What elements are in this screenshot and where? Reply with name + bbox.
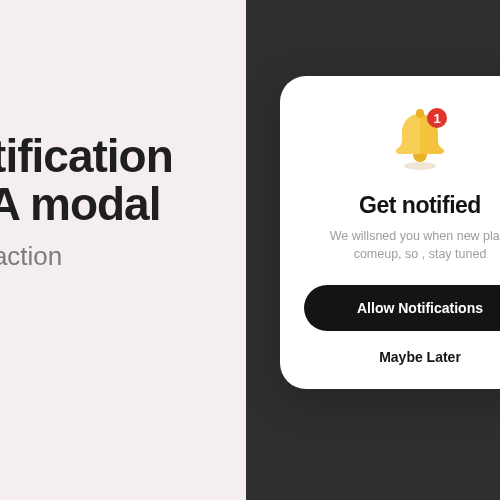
svg-point-0 bbox=[404, 162, 436, 170]
promo-panel: otification TA modal to action bbox=[0, 0, 246, 500]
badge-count: 1 bbox=[433, 111, 440, 126]
promo-title-line1: otification bbox=[0, 132, 173, 180]
promo-subtitle: to action bbox=[0, 241, 173, 272]
promo-title-line2: TA modal bbox=[0, 180, 173, 228]
notification-cta-modal: 1 Get notified We willsned you when new … bbox=[280, 76, 500, 389]
canvas: otification TA modal to action 1 Get not… bbox=[0, 0, 500, 500]
promo-text-block: otification TA modal to action bbox=[0, 132, 173, 272]
modal-title: Get notified bbox=[304, 192, 500, 219]
modal-description: We willsned you when new pla... comeup, … bbox=[304, 227, 500, 263]
bell-icon-wrap: 1 bbox=[304, 104, 500, 174]
preview-panel: 1 Get notified We willsned you when new … bbox=[246, 0, 500, 500]
maybe-later-link[interactable]: Maybe Later bbox=[304, 349, 500, 365]
allow-notifications-button[interactable]: Allow Notifications bbox=[304, 285, 500, 331]
bell-icon: 1 bbox=[385, 104, 455, 174]
svg-rect-1 bbox=[416, 109, 424, 118]
